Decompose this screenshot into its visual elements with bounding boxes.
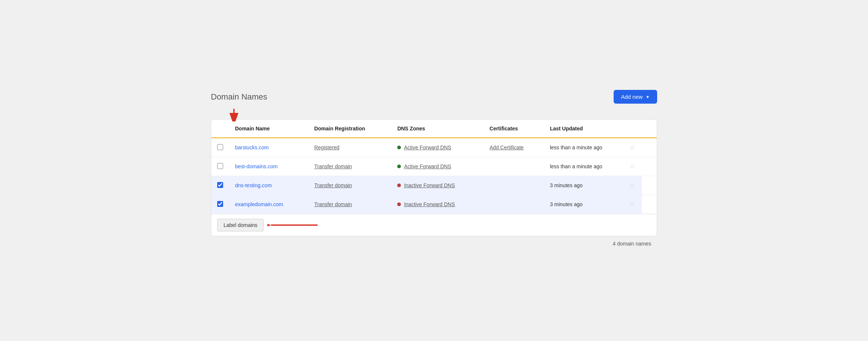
table-container: Domain Name Domain Registration DNS Zone… — [211, 119, 657, 236]
col-checkbox — [211, 120, 230, 138]
col-registration: Domain Registration — [309, 120, 392, 138]
inactive-dot-icon — [397, 202, 401, 206]
dns-link[interactable]: Active Forward DNS — [404, 163, 451, 169]
registration-link[interactable]: Transfer domain — [314, 163, 352, 169]
domain-link[interactable]: dns-testing.com — [235, 182, 272, 188]
dns-link[interactable]: Inactive Forward DNS — [404, 182, 455, 188]
dns-zones-cell: Active Forward DNS — [392, 138, 484, 157]
domain-link[interactable]: barstucks.com — [235, 144, 269, 150]
registration-cell: Registered — [309, 138, 392, 157]
col-certificates: Certificates — [484, 120, 544, 138]
dns-link[interactable]: Inactive Forward DNS — [404, 201, 455, 207]
col-star — [642, 120, 657, 138]
active-dot-icon — [397, 146, 401, 149]
certificates-cell — [484, 195, 544, 214]
last-updated-text: 3 minutes ago — [550, 201, 583, 207]
table-row: barstucks.comRegisteredActive Forward DN… — [211, 138, 657, 157]
label-domains-button[interactable]: Label domains — [217, 219, 264, 231]
table-row: best-domains.comTransfer domainActive Fo… — [211, 157, 657, 176]
registration-link[interactable]: Registered — [314, 144, 340, 150]
certificates-cell: Add Certificate — [484, 138, 544, 157]
add-certificate-link[interactable]: Add Certificate — [489, 144, 524, 150]
row-checkbox[interactable] — [217, 163, 223, 169]
dns-link[interactable]: Active Forward DNS — [404, 144, 451, 150]
registration-cell: Transfer domain — [309, 157, 392, 176]
row-checkbox[interactable] — [217, 201, 223, 207]
domain-link[interactable]: exampledomain.com — [235, 201, 283, 207]
table-header-row: Domain Name Domain Registration DNS Zone… — [211, 120, 657, 138]
inactive-dot-icon — [397, 184, 401, 187]
dns-zones-cell: Active Forward DNS — [392, 157, 484, 176]
last-updated-cell: less than a minute ago☆ — [545, 157, 642, 176]
domain-name-cell: barstucks.com — [230, 138, 309, 157]
table-row: dns-testing.comTransfer domainInactive F… — [211, 176, 657, 195]
domain-count: 4 domain names — [211, 236, 657, 251]
chevron-down-icon: ▼ — [646, 95, 650, 99]
row-checkbox-cell — [211, 138, 230, 157]
domain-name-cell: best-domains.com — [230, 157, 309, 176]
last-updated-cell: less than a minute ago☆ — [545, 138, 642, 157]
domain-table: Domain Name Domain Registration DNS Zone… — [211, 120, 657, 214]
row-checkbox-cell — [211, 176, 230, 195]
last-updated-text: less than a minute ago — [550, 163, 602, 169]
add-new-label: Add new — [621, 94, 643, 100]
arrow-left-annotation — [267, 221, 319, 230]
star-button[interactable]: ☆ — [628, 162, 637, 170]
row-checkbox-cell — [211, 195, 230, 214]
registration-cell: Transfer domain — [309, 176, 392, 195]
row-checkbox[interactable] — [217, 182, 223, 188]
col-domain-name: Domain Name — [230, 120, 309, 138]
dns-zones-cell: Inactive Forward DNS — [392, 195, 484, 214]
page-header: Domain Names Add new ▼ — [211, 90, 657, 104]
table-row: exampledomain.comTransfer domainInactive… — [211, 195, 657, 214]
col-last-updated: Last Updated — [545, 120, 642, 138]
arrow-down-annotation — [229, 108, 244, 121]
domain-name-cell: dns-testing.com — [230, 176, 309, 195]
registration-link[interactable]: Transfer domain — [314, 201, 352, 207]
domain-link[interactable]: best-domains.com — [235, 163, 277, 169]
row-checkbox-cell — [211, 157, 230, 176]
last-updated-cell: 3 minutes ago☆ — [545, 195, 642, 214]
last-updated-text: less than a minute ago — [550, 144, 602, 150]
label-domains-row: Label domains — [211, 214, 657, 236]
star-button[interactable]: ☆ — [628, 181, 637, 189]
last-updated-text: 3 minutes ago — [550, 182, 583, 188]
last-updated-cell: 3 minutes ago☆ — [545, 176, 642, 195]
row-checkbox[interactable] — [217, 144, 223, 150]
star-button[interactable]: ☆ — [628, 200, 637, 208]
dns-zones-cell: Inactive Forward DNS — [392, 176, 484, 195]
col-dns-zones: DNS Zones — [392, 120, 484, 138]
domain-name-cell: exampledomain.com — [230, 195, 309, 214]
registration-link[interactable]: Transfer domain — [314, 182, 352, 188]
registration-cell: Transfer domain — [309, 195, 392, 214]
page-wrapper: Domain Names Add new ▼ Domain Name Domai… — [211, 90, 657, 251]
active-dot-icon — [397, 165, 401, 168]
certificates-cell — [484, 176, 544, 195]
certificates-cell — [484, 157, 544, 176]
page-title: Domain Names — [211, 92, 267, 102]
add-new-button[interactable]: Add new ▼ — [614, 90, 657, 104]
star-button[interactable]: ☆ — [628, 143, 637, 152]
